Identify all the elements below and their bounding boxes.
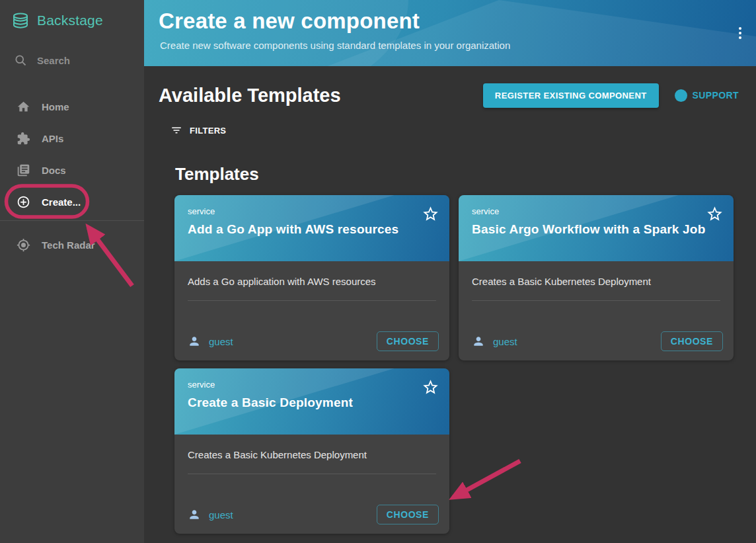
sidebar-logo-label: Backstage	[37, 13, 103, 28]
owner-link[interactable]: guest	[188, 335, 233, 348]
filters-button[interactable]: FILTERS	[170, 124, 226, 136]
kebab-menu-icon[interactable]	[732, 24, 748, 42]
template-card-title: Add a Go App with AWS resources	[188, 222, 436, 237]
main-content: Available Templates REGISTER EXISTING CO…	[144, 66, 756, 543]
template-card-footer: guest CHOOSE	[188, 331, 439, 351]
content-heading: Available Templates	[159, 85, 483, 106]
template-card-footer: guest CHOOSE	[472, 331, 723, 351]
puzzle-icon	[17, 132, 30, 146]
support-button[interactable]: ? SUPPORT	[675, 89, 739, 102]
person-icon	[188, 335, 201, 348]
template-card-description: Creates a Basic Kubernetes Deployment	[188, 449, 436, 460]
template-card-type: service	[188, 380, 436, 390]
template-card-type: service	[472, 206, 720, 216]
card-divider	[188, 474, 436, 474]
template-card-header: service Basic Argo Workflow with a Spark…	[459, 195, 734, 261]
template-card-title: Basic Argo Workflow with a Spark Job	[472, 222, 720, 237]
favorite-star-icon[interactable]	[706, 205, 724, 223]
template-card-footer: guest CHOOSE	[188, 505, 439, 524]
owner-label: guest	[493, 336, 517, 347]
card-divider	[472, 300, 720, 301]
add-circle-icon	[17, 195, 30, 209]
content-header-bar: Available Templates REGISTER EXISTING CO…	[159, 82, 739, 108]
template-card-header: service Create a Basic Deployment	[174, 368, 449, 435]
sidebar-item-label: Docs	[42, 165, 66, 176]
register-existing-component-button[interactable]: REGISTER EXISTING COMPONENT	[483, 83, 659, 108]
template-card-description: Creates a Basic Kubernetes Deployment	[472, 276, 720, 287]
sidebar-item-home[interactable]: Home	[0, 91, 144, 122]
filters-label: FILTERS	[190, 126, 226, 136]
sidebar-item-label: Create...	[42, 196, 81, 208]
sidebar-item-tech-radar[interactable]: Tech Radar	[0, 229, 144, 261]
home-icon	[17, 100, 30, 114]
docs-icon	[17, 163, 30, 177]
choose-button[interactable]: CHOOSE	[661, 331, 723, 351]
template-card-body: Adds a Go application with AWS resources…	[174, 261, 449, 360]
sidebar-item-create[interactable]: Create...	[0, 186, 144, 218]
choose-button[interactable]: CHOOSE	[377, 505, 439, 524]
sidebar-divider	[0, 220, 144, 221]
filter-icon	[170, 124, 182, 136]
page-subtitle: Create new software components using sta…	[160, 40, 510, 51]
template-card: service Add a Go App with AWS resources …	[174, 195, 449, 360]
favorite-star-icon[interactable]	[422, 205, 439, 223]
template-card-title: Create a Basic Deployment	[188, 396, 436, 410]
templates-heading: Templates	[175, 164, 259, 185]
sidebar-search[interactable]: Search	[14, 54, 70, 67]
page-title: Create a new component	[159, 9, 420, 34]
backstage-app: Backstage Search Home APIs	[0, 0, 756, 543]
search-icon	[14, 54, 27, 67]
page-header: Create a new component Create new softwa…	[144, 0, 756, 66]
support-label: SUPPORT	[693, 90, 739, 101]
card-divider	[188, 300, 436, 301]
template-card-body: Creates a Basic Kubernetes Deployment gu…	[459, 261, 734, 360]
owner-label: guest	[209, 509, 233, 521]
choose-button[interactable]: CHOOSE	[377, 331, 439, 351]
sidebar-item-label: APIs	[42, 133, 63, 144]
favorite-star-icon[interactable]	[422, 378, 439, 396]
sidebar-item-label: Home	[42, 101, 69, 112]
sidebar-logo[interactable]: Backstage	[11, 11, 103, 30]
template-card-header: service Add a Go App with AWS resources	[174, 195, 449, 261]
template-cards-grid: service Add a Go App with AWS resources …	[174, 195, 734, 534]
template-card-type: service	[188, 206, 436, 216]
sidebar-nav: Home APIs Docs Create...	[0, 91, 144, 261]
template-card-body: Creates a Basic Kubernetes Deployment gu…	[174, 435, 449, 534]
help-icon: ?	[675, 89, 687, 102]
person-icon	[188, 508, 201, 521]
sidebar-item-apis[interactable]: APIs	[0, 122, 144, 154]
backstage-logo-icon	[11, 11, 30, 30]
template-card-description: Adds a Go application with AWS resources	[188, 276, 436, 287]
radar-icon	[17, 238, 30, 252]
template-card: service Basic Argo Workflow with a Spark…	[459, 195, 734, 360]
sidebar: Backstage Search Home APIs	[0, 0, 144, 543]
template-card: service Create a Basic Deployment Create…	[174, 368, 449, 534]
owner-link[interactable]: guest	[188, 508, 233, 521]
sidebar-search-label: Search	[37, 55, 70, 66]
owner-link[interactable]: guest	[472, 335, 517, 348]
sidebar-item-label: Tech Radar	[42, 239, 95, 251]
sidebar-item-docs[interactable]: Docs	[0, 154, 144, 186]
owner-label: guest	[209, 336, 233, 347]
person-icon	[472, 335, 485, 348]
